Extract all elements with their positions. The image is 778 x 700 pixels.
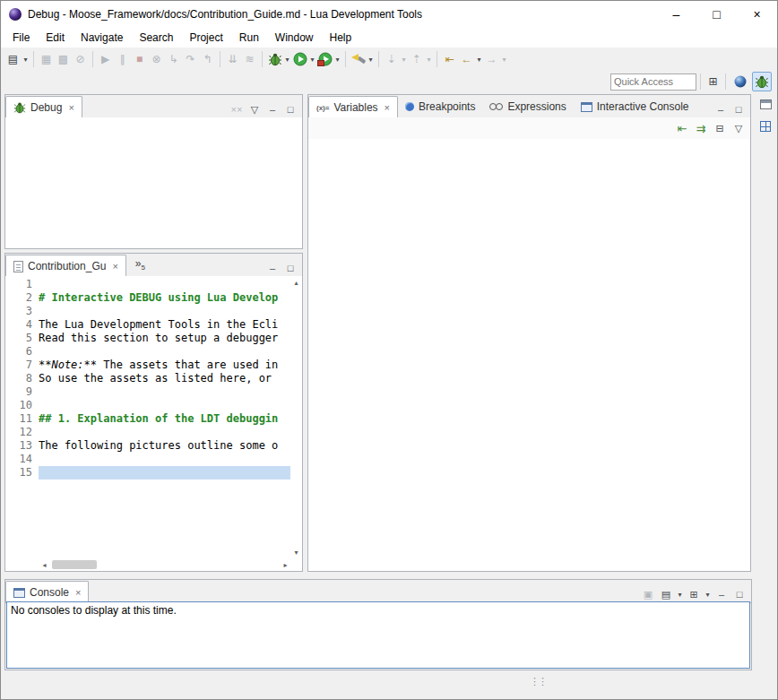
hidden-editors-chevron[interactable]: »5 (135, 257, 145, 272)
menu-file[interactable]: File (4, 30, 38, 46)
variables-view-maximize-icon[interactable]: □ (730, 101, 747, 117)
quick-access-input[interactable] (610, 73, 696, 91)
save-icon[interactable]: ▦ (39, 50, 54, 68)
drop-to-frame-icon[interactable]: ⇊ (225, 50, 240, 68)
step-return-icon[interactable]: ↰ (200, 50, 215, 68)
editor-horizontal-scrollbar[interactable]: ◂ ▸ (39, 558, 291, 571)
display-selected-console-icon[interactable]: ▤ (658, 586, 674, 602)
editor-vertical-scrollbar[interactable]: ▴ ▾ (290, 276, 302, 558)
new-wizard-icon[interactable]: ▤ (5, 50, 21, 68)
tab-breakpoints[interactable]: Breakpoints (398, 96, 482, 117)
next-annotation-dropdown-icon[interactable]: ▾ (400, 56, 408, 64)
close-window-button[interactable]: × (737, 1, 777, 28)
tab-variables-close-icon[interactable]: × (385, 102, 390, 113)
last-edit-location-icon[interactable]: ⇤ (442, 50, 457, 68)
skip-all-breakpoints-icon[interactable]: ⊘ (73, 50, 88, 68)
new-wizard-dropdown-icon[interactable]: ▾ (22, 56, 30, 64)
scroll-up-icon[interactable]: ▴ (290, 276, 302, 289)
console-maximize-icon[interactable]: □ (731, 586, 748, 602)
console-body[interactable]: No consoles to display at this time. (6, 601, 750, 669)
menu-search[interactable]: Search (131, 30, 181, 46)
tab-contribution-guide[interactable]: Contribution_Gu × (5, 255, 126, 277)
save-all-icon[interactable]: ▩ (56, 50, 71, 68)
open-perspective-icon[interactable]: ⊞ (705, 73, 721, 91)
editor-minimize-icon[interactable]: – (264, 260, 281, 276)
external-tools-dropdown-icon[interactable]: ▾ (333, 56, 341, 64)
show-logical-structures-icon[interactable]: ⇉ (693, 120, 709, 136)
menu-navigate[interactable]: Navigate (73, 30, 131, 46)
use-step-filters-icon[interactable]: ≋ (242, 50, 257, 68)
tab-variables[interactable]: (x)= Variables × (308, 96, 398, 118)
markdown-file-icon (13, 261, 23, 272)
horizontal-scroll-thumb[interactable] (52, 560, 97, 569)
previous-annotation-dropdown-icon[interactable]: ▾ (425, 56, 433, 64)
open-console-dropdown-icon[interactable]: ▾ (704, 591, 712, 599)
debug-perspective-button[interactable] (752, 72, 772, 91)
run-dropdown-icon[interactable]: ▾ (308, 56, 316, 64)
ldt-perspective-button[interactable] (730, 72, 750, 91)
code-line: 14 (5, 453, 290, 466)
debug-view-maximize-icon[interactable]: □ (282, 101, 298, 117)
disconnect-icon[interactable]: ⊗ (149, 50, 164, 68)
code-area[interactable]: 1 2# Interactive DEBUG using Lua Develop… (5, 276, 290, 558)
scroll-down-icon[interactable]: ▾ (290, 546, 302, 558)
remove-all-terminated-icon[interactable]: ×× (229, 101, 245, 117)
console-minimize-icon[interactable]: – (713, 586, 730, 602)
menu-project[interactable]: Project (181, 30, 230, 46)
tab-console-close-icon[interactable]: × (75, 587, 81, 598)
collapse-all-icon[interactable]: ⊟ (712, 120, 728, 136)
variables-view-minimize-icon[interactable]: – (713, 101, 729, 117)
search-icon[interactable] (350, 50, 366, 68)
minimized-view-icon[interactable] (760, 121, 771, 134)
open-console-icon[interactable]: ⊞ (686, 586, 702, 602)
horizontal-scroll-track[interactable] (50, 558, 280, 571)
code-line: 13The following pictures outline some o (5, 439, 290, 453)
next-annotation-icon[interactable]: ⇣ (384, 50, 399, 68)
editor-body: 1 2# Interactive DEBUG using Lua Develop… (5, 276, 302, 571)
step-over-icon[interactable]: ↷ (183, 50, 198, 68)
pin-console-icon[interactable]: ▣ (640, 586, 656, 602)
maximize-window-button[interactable]: □ (696, 1, 737, 28)
terminate-icon[interactable]: ■ (132, 50, 147, 68)
menu-run[interactable]: Run (231, 30, 267, 46)
tab-debug[interactable]: Debug × (5, 96, 82, 118)
editor-controls: – □ (264, 260, 302, 276)
tab-console[interactable]: Console × (5, 581, 89, 603)
debug-view-minimize-icon[interactable]: – (264, 101, 281, 117)
minimize-window-button[interactable]: – (656, 1, 696, 28)
debug-view-menu-icon[interactable]: ▽ (246, 101, 263, 117)
external-tools-icon[interactable] (317, 50, 333, 68)
code-line: 2# Interactive DEBUG using Lua Develop (5, 291, 290, 305)
tab-variables-label: Variables (333, 101, 377, 114)
menu-window[interactable]: Window (267, 30, 322, 46)
restore-minimized-view-icon[interactable] (760, 99, 772, 112)
ldt-perspective-icon (733, 74, 748, 89)
forward-dropdown-icon[interactable]: ▾ (500, 56, 508, 64)
resume-icon[interactable]: ▶ (98, 50, 113, 68)
scroll-left-icon[interactable]: ◂ (39, 558, 50, 571)
debug-dropdown-icon[interactable]: ▾ (283, 56, 291, 64)
debug-icon[interactable] (267, 50, 282, 68)
show-type-names-icon[interactable]: ⇤ (674, 120, 690, 136)
display-console-dropdown-icon[interactable]: ▾ (676, 591, 684, 599)
run-icon[interactable] (292, 50, 307, 68)
suspend-icon[interactable]: ∥ (115, 50, 130, 68)
search-dropdown-icon[interactable]: ▾ (367, 56, 375, 64)
previous-annotation-icon[interactable]: ⇡ (409, 50, 424, 68)
menu-edit[interactable]: Edit (38, 30, 73, 46)
tab-expressions[interactable]: Expressions (482, 96, 573, 117)
back-dropdown-icon[interactable]: ▾ (475, 56, 483, 64)
variables-view-menu-icon[interactable]: ▽ (730, 120, 747, 136)
editor-maximize-icon[interactable]: □ (282, 260, 298, 276)
scroll-right-icon[interactable]: ▸ (280, 558, 291, 571)
forward-icon[interactable]: → (484, 50, 499, 68)
tab-debug-close-icon[interactable]: × (68, 102, 73, 113)
debug-view-body (5, 117, 302, 248)
tab-interactive-console[interactable]: Interactive Console (574, 96, 696, 117)
back-icon[interactable]: ← (459, 50, 474, 68)
tab-contribution-guide-close-icon[interactable]: × (112, 261, 117, 272)
menu-help[interactable]: Help (322, 30, 360, 46)
step-into-icon[interactable]: ↳ (166, 50, 181, 68)
code-line: 7**Note:** The assets that are used in (5, 359, 290, 372)
trim-drag-handle[interactable]: ⋮⋮ (530, 676, 546, 687)
